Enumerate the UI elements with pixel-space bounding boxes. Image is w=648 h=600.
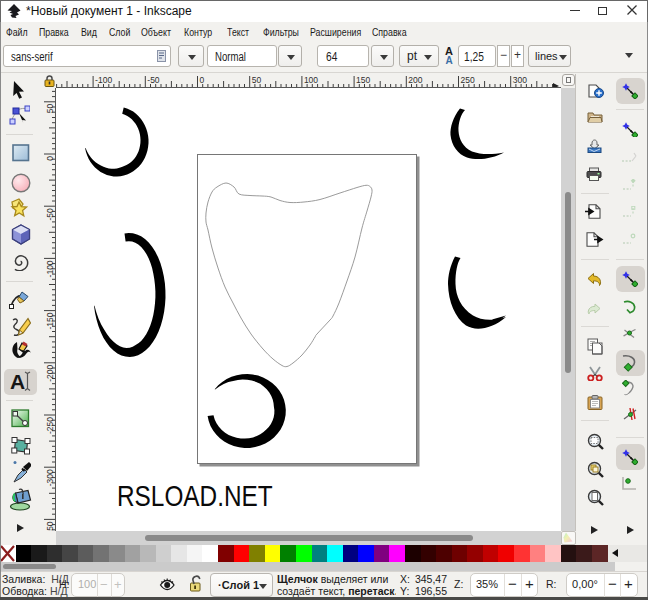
svg-text:-50: -50 bbox=[45, 208, 55, 221]
svg-text:-300: -300 bbox=[45, 469, 55, 486]
svg-text:100: 100 bbox=[304, 75, 318, 85]
svg-text:-200: -200 bbox=[45, 365, 55, 382]
svg-text:200: 200 bbox=[408, 75, 422, 85]
svg-text:0: 0 bbox=[45, 156, 55, 161]
svg-text:-150: -150 bbox=[45, 312, 55, 329]
svg-text:-100: -100 bbox=[45, 260, 55, 277]
svg-text:50: 50 bbox=[252, 75, 262, 85]
svg-text:0: 0 bbox=[200, 75, 205, 85]
svg-text:-100: -100 bbox=[95, 75, 112, 85]
svg-text:-350: -350 bbox=[45, 521, 55, 531]
svg-text:250: 250 bbox=[461, 75, 475, 85]
svg-text:-50: -50 bbox=[147, 75, 160, 85]
svg-text:300: 300 bbox=[513, 75, 527, 85]
svg-text:-250: -250 bbox=[45, 417, 55, 434]
svg-text:150: 150 bbox=[356, 75, 370, 85]
svg-text:50: 50 bbox=[45, 104, 55, 114]
